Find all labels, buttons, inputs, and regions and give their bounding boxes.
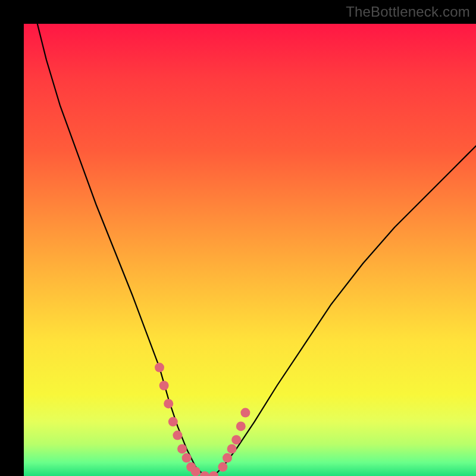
chart-container: TheBottleneck.com bbox=[0, 0, 476, 476]
highlight-dots bbox=[155, 363, 250, 476]
highlight-dot bbox=[173, 431, 182, 440]
watermark-label: TheBottleneck.com bbox=[346, 4, 470, 20]
highlight-dot bbox=[227, 444, 237, 453]
highlight-dot bbox=[191, 466, 201, 476]
highlight-dot bbox=[218, 462, 227, 472]
curve-overlay bbox=[24, 24, 476, 476]
highlight-dot bbox=[177, 444, 187, 453]
highlight-dot bbox=[182, 453, 192, 463]
highlight-dot bbox=[168, 417, 178, 427]
highlight-dot bbox=[164, 399, 173, 408]
highlight-dot bbox=[159, 381, 169, 390]
highlight-dot bbox=[231, 435, 241, 444]
highlight-dot bbox=[240, 408, 250, 418]
highlight-dot bbox=[155, 363, 164, 372]
highlight-dot bbox=[236, 421, 246, 431]
bottleneck-curve bbox=[37, 24, 476, 476]
highlight-dot bbox=[223, 453, 232, 463]
